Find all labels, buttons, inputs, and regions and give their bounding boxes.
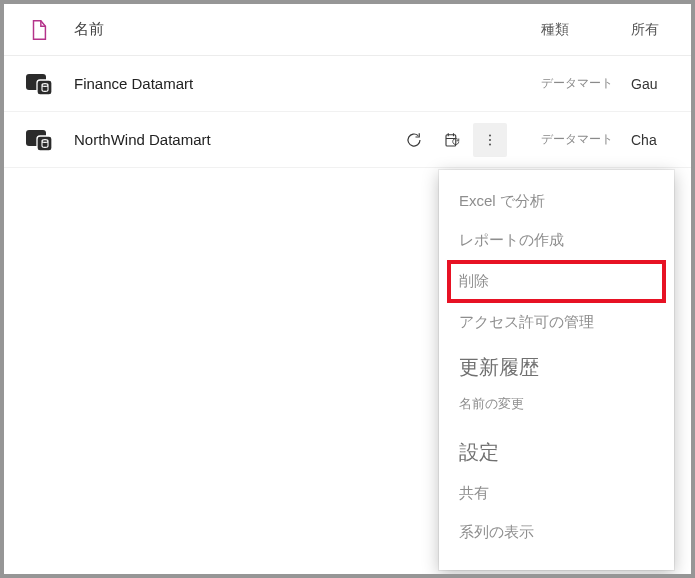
more-vertical-icon [481,131,499,149]
table-row[interactable]: NorthWind Datamart [4,112,691,168]
header-type-icon-col [4,19,74,41]
refresh-button[interactable] [397,123,431,157]
column-header-kind[interactable]: 種類 [511,21,631,39]
column-header-name[interactable]: 名前 [74,20,371,39]
svg-point-6 [489,138,491,140]
item-name[interactable]: Finance Datamart [74,75,371,92]
menu-create-report[interactable]: レポートの作成 [439,221,674,260]
menu-view-lineage[interactable]: 系列の表示 [439,513,674,552]
svg-point-7 [489,143,491,145]
svg-rect-1 [37,80,52,95]
more-options-button[interactable] [473,123,507,157]
row-icon-col [4,72,74,96]
svg-rect-3 [37,136,52,151]
refresh-icon [405,131,423,149]
menu-delete[interactable]: 削除 [449,262,664,301]
datamart-icon [25,128,53,152]
table-row[interactable]: Finance Datamart データマート Gau [4,56,691,112]
row-icon-col [4,128,74,152]
context-menu: Excel で分析 レポートの作成 削除 アクセス許可の管理 更新履歴 名前の変… [439,170,674,570]
menu-settings[interactable]: 設定 [439,427,674,474]
schedule-icon [443,131,461,149]
menu-rename[interactable]: 名前の変更 [439,389,674,427]
menu-share[interactable]: 共有 [439,474,674,513]
menu-refresh-history[interactable]: 更新履歴 [439,342,674,389]
svg-point-5 [489,134,491,136]
item-name[interactable]: NorthWind Datamart [74,131,371,148]
column-header-row: 名前 種類 所有 [4,4,691,56]
item-owner: Cha [631,132,691,148]
schedule-refresh-button[interactable] [435,123,469,157]
row-actions [371,123,511,157]
column-header-owner[interactable]: 所有 [631,21,691,39]
menu-analyze-excel[interactable]: Excel で分析 [439,182,674,221]
datamart-icon [25,72,53,96]
menu-manage-permissions[interactable]: アクセス許可の管理 [439,303,674,342]
document-icon [29,19,49,41]
item-kind: データマート [511,131,631,148]
item-kind: データマート [511,75,631,92]
workspace-list: 名前 種類 所有 Finance Datamart データマート Gau [4,4,691,574]
item-owner: Gau [631,76,691,92]
